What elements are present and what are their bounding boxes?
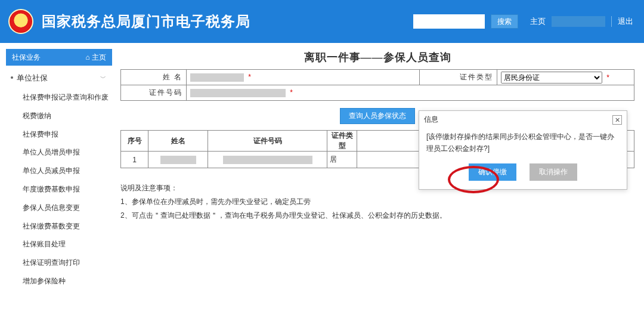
query-form: 姓 名 * 证件类型 居民身份证 * 证件号码 * bbox=[120, 69, 634, 101]
cancel-button[interactable]: 取消操作 bbox=[530, 163, 577, 181]
cell-idno-redacted bbox=[223, 156, 312, 164]
header-actions: 搜索 主页 退出 bbox=[413, 0, 633, 43]
current-user bbox=[552, 16, 605, 27]
divider-icon bbox=[611, 16, 612, 27]
col-idno: 证件号码 bbox=[208, 131, 327, 152]
id-type-label: 证件类型 bbox=[420, 70, 497, 85]
sidebar: 社保业务 ⌂ 主页 单位社保 ﹀ 社保费申报记录查询和作废 税费缴纳 社保费申报… bbox=[0, 43, 117, 291]
sidebar-home-label: 主页 bbox=[92, 53, 106, 61]
cell-idtype: 居 bbox=[327, 152, 357, 168]
required-mark: * bbox=[290, 88, 293, 97]
page-title: 离职一件事——参保人员查询 bbox=[120, 50, 634, 64]
chevron-down-icon: ﹀ bbox=[100, 74, 106, 82]
col-idtype: 证件类型 bbox=[327, 131, 357, 152]
required-mark: * bbox=[248, 73, 251, 81]
col-name: 姓名 bbox=[148, 131, 208, 152]
confirm-button[interactable]: 确认停缴 bbox=[469, 163, 516, 181]
sidebar-item-unit-social[interactable]: 单位社保 ﹀ bbox=[6, 68, 112, 88]
confirm-modal: 信息 ✕ [该停缴封存操作的结果同步到公积金管理中心，是否一键办理员工公积金封存… bbox=[419, 110, 627, 190]
query-status-button[interactable]: 查询人员参保状态 bbox=[340, 108, 415, 124]
modal-body: [该停缴封存操作的结果同步到公积金管理中心，是否一键办理员工公积金封存?] bbox=[419, 128, 627, 163]
id-no-value-redacted bbox=[190, 89, 286, 97]
modal-header: 信息 ✕ bbox=[419, 111, 627, 128]
sidebar-subitem[interactable]: 年度缴费基数申报 bbox=[6, 180, 112, 199]
app-header: 国家税务总局厦门市电子税务局 搜索 主页 退出 bbox=[0, 0, 644, 43]
national-emblem-icon bbox=[8, 9, 33, 34]
search-input[interactable] bbox=[413, 14, 485, 29]
sidebar-subitem[interactable]: 社保费申报 bbox=[6, 125, 112, 144]
id-type-select[interactable]: 居民身份证 bbox=[501, 72, 602, 84]
modal-title: 信息 bbox=[424, 115, 438, 125]
sidebar-subitem[interactable]: 参保人员信息变更 bbox=[6, 199, 112, 217]
name-value-redacted bbox=[190, 73, 244, 82]
cell-name-redacted bbox=[160, 156, 196, 164]
cell-name bbox=[148, 152, 208, 168]
id-type-cell: 居民身份证 * bbox=[497, 70, 634, 85]
sidebar-subitem[interactable]: 单位人员增员申报 bbox=[6, 143, 112, 162]
sidebar-subitem[interactable]: 社保证明查询打印 bbox=[6, 254, 112, 272]
sidebar-l1-label: 单位社保 bbox=[17, 73, 48, 84]
sidebar-subitem[interactable]: 社保账目处理 bbox=[6, 235, 112, 254]
col-index: 序号 bbox=[121, 131, 148, 152]
sidebar-subitem[interactable]: 社保费申报记录查询和作废 bbox=[6, 88, 112, 107]
logout-link[interactable]: 退出 bbox=[618, 16, 633, 27]
sidebar-subitem[interactable]: 税费缴纳 bbox=[6, 107, 112, 125]
home-icon: ⌂ bbox=[85, 53, 89, 61]
sidebar-home-link[interactable]: ⌂ 主页 bbox=[85, 52, 106, 63]
sidebar-header: 社保业务 ⌂ 主页 bbox=[6, 49, 112, 66]
required-mark: * bbox=[606, 73, 609, 82]
id-no-cell: * bbox=[187, 85, 634, 101]
search-button[interactable]: 搜索 bbox=[491, 14, 518, 29]
name-cell: * bbox=[187, 70, 420, 85]
sidebar-subitem[interactable]: 社保缴费基数变更 bbox=[6, 217, 112, 236]
id-no-label: 证件号码 bbox=[121, 85, 187, 101]
close-icon[interactable]: ✕ bbox=[612, 115, 622, 125]
modal-actions: 确认停缴 取消操作 bbox=[419, 163, 627, 189]
sidebar-title: 社保业务 bbox=[12, 52, 41, 63]
home-link[interactable]: 主页 bbox=[530, 16, 546, 27]
name-label: 姓 名 bbox=[121, 70, 187, 85]
main-content: 离职一件事——参保人员查询 姓 名 * 证件类型 居民身份证 * 证件号码 bbox=[117, 43, 644, 291]
app-title: 国家税务总局厦门市电子税务局 bbox=[42, 12, 250, 31]
notes-line: 2、可点击＂查询已处理数据＂，查询在电子税务局办理失业登记、社保减员、公积金封存… bbox=[120, 209, 634, 223]
cell-idno bbox=[208, 152, 327, 168]
notes-line: 1、参保单位在办理减员时，需先办理失业登记，确定员工劳 bbox=[120, 195, 634, 209]
sidebar-subitem[interactable]: 增加参保险种 bbox=[6, 272, 112, 291]
sidebar-subitem[interactable]: 单位人员减员申报 bbox=[6, 162, 112, 180]
cell-index: 1 bbox=[121, 152, 148, 168]
